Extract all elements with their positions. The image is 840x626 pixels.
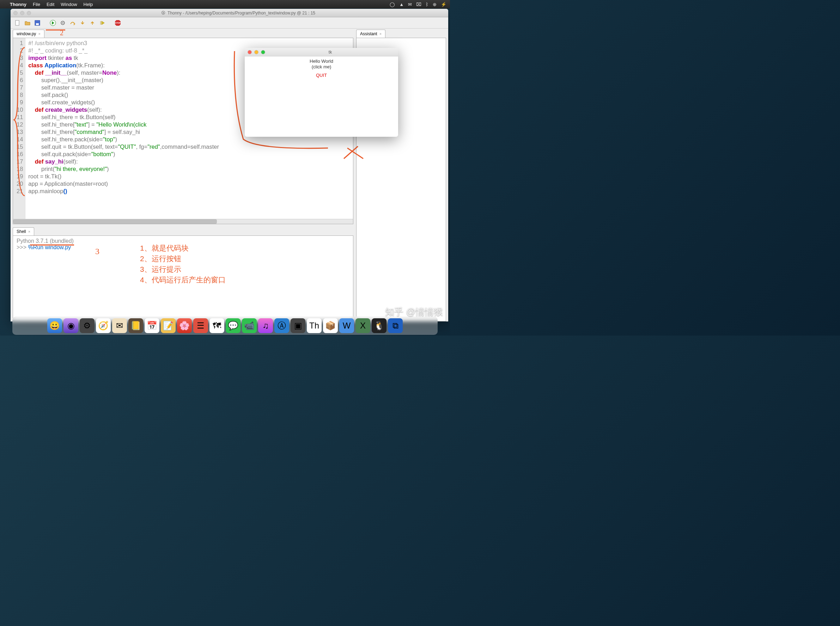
step-into-icon[interactable]	[79, 19, 86, 27]
menu-file[interactable]: File	[33, 2, 40, 7]
tk-hello-button[interactable]: Hello World(click me)	[310, 58, 333, 70]
step-over-icon[interactable]	[69, 19, 76, 27]
run-icon[interactable]	[49, 19, 56, 27]
menu-edit[interactable]: Edit	[47, 2, 54, 7]
dock-photos[interactable]: 🌸	[177, 318, 192, 333]
debug-icon[interactable]	[59, 19, 66, 27]
tk-window-title: tk	[265, 50, 395, 55]
menubar-tray: ◯ ▲ ✉ ⌧ ᛒ ⊕ ⚡	[390, 2, 447, 7]
window-titlebar[interactable]: ⦿Thonny - /Users/heping/Documents/Progra…	[11, 9, 448, 17]
dock-terminal[interactable]: ▣	[291, 318, 306, 333]
toolbar: STOP	[11, 17, 448, 28]
dock-siri[interactable]: ◉	[63, 318, 78, 333]
wechat-icon[interactable]: ✉	[408, 2, 412, 7]
resume-icon[interactable]	[99, 19, 106, 27]
macos-dock[interactable]: 😀 ◉ ⚙ 🧭 ✉ 📒 📅 📝 🌸 ☰ 🗺 💬 📹 ♫ Ⓐ ▣ Th 📦 W X…	[13, 316, 438, 335]
display-icon[interactable]: ⌧	[416, 2, 422, 7]
svg-rect-2	[36, 23, 39, 25]
dock-itunes[interactable]: ♫	[258, 318, 273, 333]
assistant-tab-label: Assistant	[360, 31, 377, 36]
dock-calendar[interactable]: 📅	[144, 318, 160, 333]
dock-contacts[interactable]: 📒	[129, 318, 143, 333]
notification-icon[interactable]: ▲	[399, 2, 404, 7]
dock-finder[interactable]: 😀	[47, 318, 62, 333]
thonny-icon: ⦿	[161, 11, 165, 16]
dock-notes[interactable]: 📝	[161, 318, 176, 333]
code-content[interactable]: #! /usr/bin/env python3#! _*_ coding: ut…	[25, 38, 222, 224]
tk-quit-button[interactable]: QUIT	[313, 72, 330, 78]
dock-vscode[interactable]: ⧉	[388, 318, 403, 333]
dock-settings[interactable]: ⚙	[80, 318, 94, 333]
editor-tab[interactable]: window.py ×	[13, 30, 44, 38]
dock-facetime[interactable]: 📹	[242, 318, 257, 333]
svg-text:STOP: STOP	[115, 22, 121, 24]
close-icon[interactable]: ×	[379, 32, 382, 36]
dock-reminders[interactable]: ☰	[193, 318, 208, 333]
dock-mail[interactable]: ✉	[112, 318, 127, 333]
shell-pane: Shell × Python 3.7.1 (bundled) >>> %Run …	[13, 226, 353, 321]
dock-appstore[interactable]: Ⓐ	[274, 318, 289, 333]
shell-tab[interactable]: Shell ×	[13, 227, 34, 235]
dock-maps[interactable]: 🗺	[210, 318, 224, 333]
close-icon[interactable]: ×	[38, 32, 40, 36]
traffic-lights[interactable]	[13, 11, 31, 15]
tk-traffic-lights[interactable]	[248, 50, 265, 54]
dock-vbox[interactable]: 📦	[323, 318, 338, 333]
shell-version: Python 3.7.1 (bundled)	[17, 238, 349, 244]
tk-output-window[interactable]: tk Hello World(click me) QUIT	[245, 48, 398, 137]
dock-excel[interactable]: X	[356, 318, 370, 333]
battery-icon[interactable]: ⚡	[441, 2, 447, 7]
wifi-icon[interactable]: ⊕	[433, 2, 437, 7]
tk-titlebar[interactable]: tk	[245, 48, 398, 56]
dock-thonny[interactable]: Th	[307, 318, 321, 333]
step-out-icon[interactable]	[89, 19, 96, 27]
watermark: 知乎 @惴惴猴	[385, 305, 443, 318]
macos-menubar: Thonny File Edit Window Help ◯ ▲ ✉ ⌧ ᛒ ⊕…	[0, 0, 450, 8]
close-icon[interactable]: ×	[28, 230, 30, 234]
dock-safari[interactable]: 🧭	[96, 318, 111, 333]
new-file-icon[interactable]	[14, 19, 21, 27]
shell-command: %Run window.py	[28, 244, 71, 250]
line-gutter: 123456789101112131415161718192021	[13, 38, 25, 224]
dock-qq[interactable]: 🐧	[372, 318, 387, 333]
bluetooth-icon[interactable]: ᛒ	[426, 2, 428, 7]
menu-help[interactable]: Help	[83, 2, 93, 7]
shell-tab-label: Shell	[17, 229, 26, 234]
save-file-icon[interactable]	[34, 19, 41, 27]
editor-tab-label: window.py	[17, 31, 36, 36]
shell-output[interactable]: Python 3.7.1 (bundled) >>> %Run window.p…	[13, 235, 353, 321]
menu-window[interactable]: Window	[61, 2, 77, 7]
menubar-app-name[interactable]: Thonny	[10, 2, 27, 7]
circle-icon[interactable]: ◯	[390, 2, 395, 7]
open-file-icon[interactable]	[24, 19, 31, 27]
svg-rect-0	[16, 20, 19, 25]
dock-word[interactable]: W	[339, 318, 354, 333]
dock-messages[interactable]: 💬	[226, 318, 240, 333]
stop-icon[interactable]: STOP	[114, 19, 121, 27]
horizontal-scrollbar[interactable]	[13, 219, 353, 224]
window-title: Thonny - /Users/heping/Documents/Program…	[168, 11, 315, 16]
shell-prompt: >>>	[17, 244, 28, 250]
assistant-tab[interactable]: Assistant ×	[356, 30, 386, 38]
